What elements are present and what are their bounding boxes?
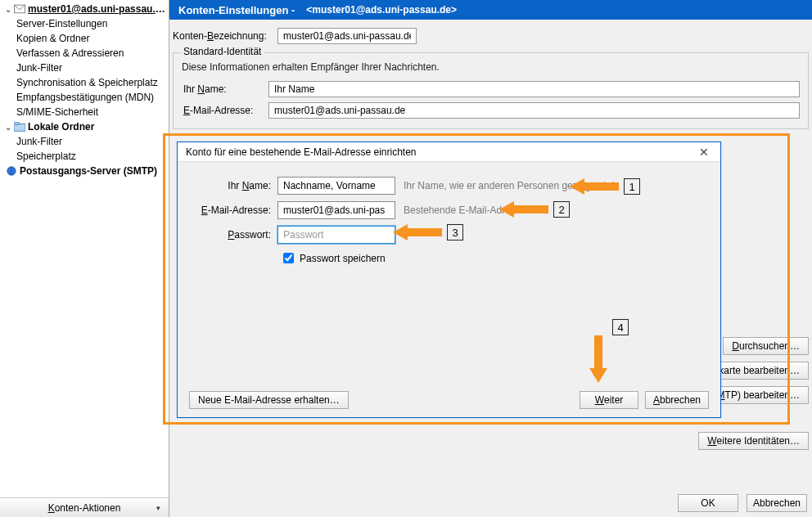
dropdown-icon: ▾ (156, 504, 160, 512)
sidebar-item-junk[interactable]: Junk-Filter (0, 61, 169, 75)
weiter-button[interactable]: Weiter (580, 391, 638, 409)
label-email: E-Mail-Adresse: (182, 105, 268, 116)
group-legend: Standard-Identität (180, 46, 264, 57)
folder-icon (13, 121, 26, 133)
twisty-icon: ⌄ (3, 5, 13, 14)
sidebar-item-copies[interactable]: Kopien & Ordner (0, 31, 169, 46)
tree-smtp[interactable]: Postausgangs-Server (SMTP) (0, 164, 169, 178)
sidebar-item-local-junk[interactable]: Junk-Filter (0, 134, 169, 149)
sidebar-item-local-space[interactable]: Speicherplatz (0, 149, 169, 164)
dialog-footer: OK Abbrechen (678, 494, 807, 512)
account-tree: ⌄ muster01@ads.uni-passau.de Server-Eins… (0, 0, 169, 497)
modal-title: Konto für eine bestehende E-Mail-Adresse… (186, 146, 417, 158)
more-identities-button[interactable]: Weitere Identitäten… (698, 432, 809, 450)
sidebar-item-server[interactable]: Server-Einstellungen (0, 16, 169, 31)
remember-password-checkbox[interactable] (283, 253, 294, 263)
modal-label-password: Passwort: (189, 229, 277, 241)
modal-header: Konto für eine bestehende E-Mail-Adresse… (178, 142, 720, 162)
group-identity: Standard-Identität Diese Informationen e… (173, 52, 809, 129)
remember-password-label: Passwort speichern (300, 253, 386, 264)
label-your-name: Ihr Name: (182, 83, 268, 95)
account-actions-button[interactable]: Konten-Aktionen ▾ (0, 497, 169, 517)
remember-password-row[interactable]: Passwort speichern (280, 250, 709, 266)
label-account-name: Konten-Bezeichnung: (171, 30, 277, 42)
browse-button[interactable]: DDurchsuchen…urchsuchen… (723, 337, 809, 355)
modal-label-name: Ihr Name: (189, 180, 277, 191)
modal-name-hint: Ihr Name, wie er anderen Personen gezeig… (404, 180, 614, 191)
tree-account[interactable]: ⌄ muster01@ads.uni-passau.de (0, 2, 169, 16)
title-main: Konten-Einstellungen - (178, 4, 295, 16)
sidebar-item-mdn[interactable]: Empfangsbestätigungen (MDN) (0, 90, 169, 105)
setup-modal: Konto für eine bestehende E-Mail-Adresse… (177, 142, 721, 418)
title-bar: Konten-Einstellungen - <muster01@ads.uni… (169, 0, 812, 20)
svg-rect-2 (14, 123, 19, 125)
sidebar-item-sync[interactable]: Synchronisation & Speicherplatz (0, 75, 169, 90)
group-desc: Diese Informationen erhalten Empfänger I… (182, 61, 800, 73)
account-label: muster01@ads.uni-passau.de (28, 3, 165, 15)
cancel-button[interactable]: Abbrechen (747, 494, 807, 512)
row-account-name: Konten-Bezeichnung: (171, 28, 810, 44)
twisty-icon: ⌄ (3, 123, 13, 132)
modal-password-input[interactable] (277, 226, 395, 244)
close-icon[interactable]: ✕ (692, 144, 715, 160)
sidebar-item-compose[interactable]: Verfassen & Adressieren (0, 46, 169, 61)
modal-email-hint: Bestehende E-Mail-Adresse (404, 205, 526, 216)
mail-icon (13, 3, 26, 15)
sidebar: ⌄ muster01@ads.uni-passau.de Server-Eins… (0, 0, 169, 517)
your-name-input[interactable] (268, 81, 800, 97)
modal-label-email: E-Mail-Adresse: (189, 205, 277, 216)
sidebar-item-smime[interactable]: S/MIME-Sicherheit (0, 105, 169, 119)
globe-icon (5, 165, 18, 177)
tree-local-folders[interactable]: ⌄ Lokale Ordner (0, 119, 169, 134)
title-sub: <muster01@ads.uni-passau.de> (306, 4, 457, 16)
ok-button[interactable]: OK (678, 494, 738, 512)
account-name-input[interactable] (277, 28, 417, 44)
email-input[interactable] (268, 102, 800, 119)
modal-email-input[interactable] (277, 201, 395, 219)
abbrechen-button[interactable]: Abbrechen (645, 391, 709, 409)
modal-name-input[interactable] (277, 177, 395, 195)
new-email-button[interactable]: Neue E-Mail-Adresse erhalten… (189, 391, 349, 409)
